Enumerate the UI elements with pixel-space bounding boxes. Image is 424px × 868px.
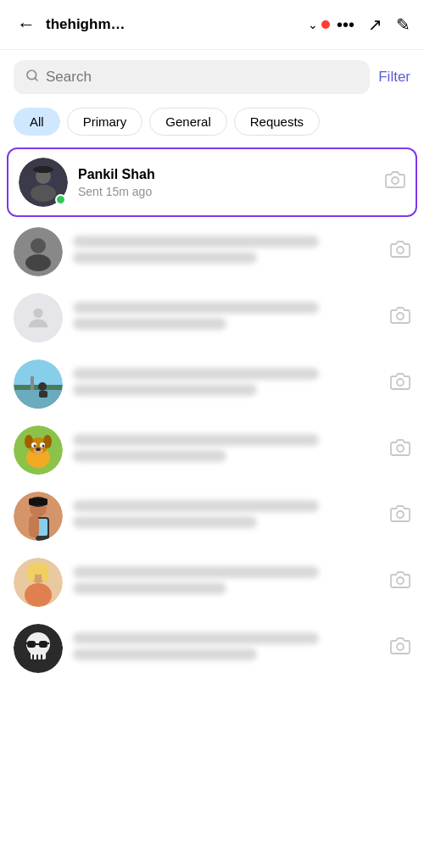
camera-icon[interactable]	[390, 570, 410, 595]
camera-icon[interactable]	[390, 636, 410, 661]
more-options-icon[interactable]: •••	[337, 15, 354, 35]
tabs-bar: All Primary General Requests	[0, 104, 424, 146]
avatar-wrapper	[14, 359, 63, 409]
camera-icon[interactable]	[390, 504, 410, 529]
svg-point-19	[38, 382, 47, 391]
avatar-wrapper	[19, 158, 68, 207]
svg-line-1	[35, 78, 37, 81]
blurred-status	[73, 648, 257, 660]
avatar	[14, 624, 63, 673]
avatar	[14, 227, 63, 276]
camera-icon[interactable]	[390, 371, 410, 397]
svg-point-43	[397, 511, 404, 518]
avatar-placeholder	[14, 293, 63, 342]
live-dot-icon	[321, 20, 330, 29]
blurred-name	[73, 302, 319, 314]
svg-point-7	[392, 177, 399, 184]
svg-rect-10	[25, 254, 51, 271]
blurred-name	[73, 368, 319, 380]
camera-icon[interactable]	[390, 437, 410, 463]
avatar	[14, 492, 63, 541]
blurred-status	[73, 384, 257, 396]
camera-icon[interactable]	[385, 170, 405, 195]
search-input-wrapper[interactable]	[14, 60, 370, 94]
username-label: thehighm…	[46, 16, 304, 33]
svg-rect-59	[27, 641, 36, 648]
blurred-status	[73, 318, 226, 330]
contact-item-6[interactable]	[0, 483, 424, 549]
svg-rect-42	[29, 515, 39, 537]
search-input[interactable]	[46, 69, 358, 86]
contact-item-4[interactable]	[0, 351, 424, 417]
svg-point-12	[33, 309, 42, 318]
svg-rect-39	[29, 498, 47, 505]
contact-info	[73, 368, 380, 400]
svg-point-33	[36, 448, 41, 451]
tab-primary[interactable]: Primary	[67, 108, 143, 136]
contact-item-7[interactable]	[0, 549, 424, 615]
contact-info	[73, 302, 380, 334]
avatar-wrapper	[14, 293, 63, 342]
svg-rect-17	[14, 390, 63, 409]
tab-general[interactable]: General	[149, 108, 226, 136]
svg-rect-49	[42, 566, 48, 581]
svg-rect-6	[37, 166, 49, 173]
contact-info	[73, 500, 380, 532]
svg-point-21	[397, 379, 404, 386]
svg-point-50	[25, 583, 52, 607]
svg-point-11	[397, 247, 404, 253]
online-indicator	[55, 194, 66, 205]
blurred-status	[73, 516, 257, 528]
svg-point-34	[397, 445, 404, 452]
back-button[interactable]: ←	[14, 10, 39, 39]
camera-icon[interactable]	[390, 239, 410, 264]
svg-rect-60	[39, 641, 47, 648]
svg-rect-56	[32, 654, 34, 661]
contact-item-8[interactable]	[0, 615, 424, 682]
search-bar: Filter	[14, 60, 410, 94]
contact-info	[73, 434, 380, 466]
svg-point-51	[397, 577, 404, 584]
blurred-status	[73, 582, 226, 594]
contact-item-3[interactable]	[0, 285, 424, 351]
svg-point-9	[31, 238, 46, 253]
camera-icon[interactable]	[390, 305, 410, 331]
avatar-wrapper	[14, 426, 63, 475]
filter-button[interactable]: Filter	[378, 69, 410, 86]
chevron-down-icon[interactable]: ⌄	[308, 18, 318, 31]
svg-point-64	[397, 643, 404, 650]
svg-rect-20	[39, 391, 47, 398]
blurred-name	[73, 434, 319, 446]
avatar-wrapper	[14, 492, 63, 541]
contact-info: Pankil Shah Sent 15m ago	[78, 167, 375, 198]
avatar-wrapper	[14, 227, 63, 276]
avatar-wrapper	[14, 558, 63, 607]
trending-icon[interactable]: ↗	[368, 14, 382, 35]
svg-rect-48	[28, 566, 35, 581]
header: ← thehighm… ⌄ ••• ↗ ✎	[0, 0, 424, 50]
contact-info	[73, 236, 380, 268]
avatar	[14, 359, 63, 409]
svg-point-30	[34, 445, 36, 448]
blurred-name	[73, 632, 319, 644]
svg-rect-58	[41, 654, 42, 661]
contact-name: Pankil Shah	[78, 167, 375, 182]
contact-list: Pankil Shah Sent 15m ago	[0, 146, 424, 682]
svg-point-31	[42, 445, 45, 448]
contact-item-5[interactable]	[0, 417, 424, 483]
search-icon	[25, 69, 39, 86]
avatar	[14, 426, 63, 475]
contact-info	[73, 566, 380, 598]
contact-status: Sent 15m ago	[78, 185, 375, 198]
blurred-name	[73, 566, 319, 578]
contact-item-pankil[interactable]: Pankil Shah Sent 15m ago	[7, 147, 417, 217]
contact-item-2[interactable]	[0, 219, 424, 285]
blurred-status	[73, 450, 226, 462]
svg-rect-18	[31, 376, 34, 390]
tab-all[interactable]: All	[14, 108, 60, 136]
avatar-wrapper	[14, 624, 63, 673]
blurred-name	[73, 236, 319, 248]
edit-icon[interactable]: ✎	[396, 14, 410, 35]
tab-requests[interactable]: Requests	[234, 108, 320, 136]
svg-rect-4	[31, 185, 56, 202]
